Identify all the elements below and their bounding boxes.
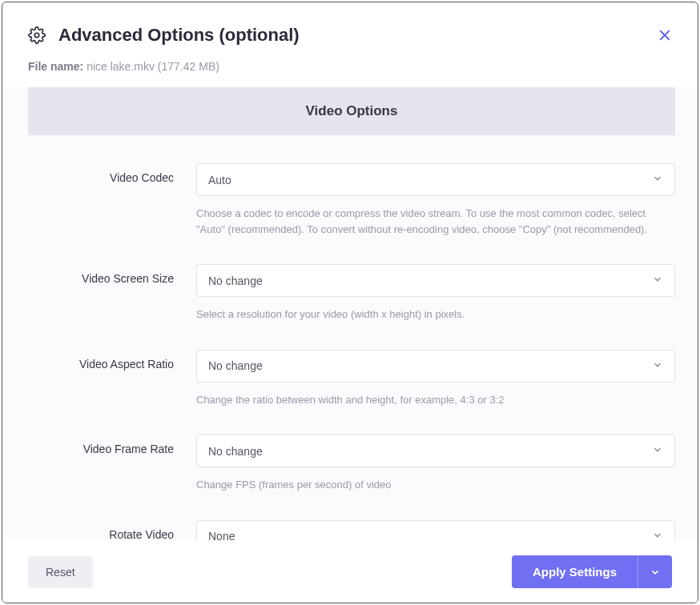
field-label: Video Screen Size [28,264,196,285]
select-value: None [208,530,235,541]
select-value: No change [208,274,263,287]
field-label: Video Aspect Ratio [28,350,196,371]
chevron-down-icon [652,173,663,186]
reset-button[interactable]: Reset [28,556,93,588]
field-label: Video Codec [28,163,196,184]
help-text: Select a resolution for your video (widt… [196,307,675,323]
field-rotate-video: Rotate Video None [28,520,675,542]
filename-label: File name: [28,60,83,73]
chevron-down-icon [652,359,663,373]
select-value: No change [208,445,263,458]
filename-row: File name: nice lake.mkv (177.42 MB) [2,60,698,87]
chevron-down-icon [650,567,661,578]
chevron-down-icon [652,274,663,287]
video-codec-select[interactable]: Auto [196,163,675,196]
options-scroll-area[interactable]: Video Options Video Codec Auto Choose a … [2,87,698,541]
svg-point-0 [34,33,39,38]
chevron-down-icon [652,444,663,458]
section-header-video: Video Options [28,87,675,135]
field-frame-rate: Video Frame Rate No change Change FPS (f… [28,435,675,493]
field-label: Rotate Video [28,520,196,541]
aspect-ratio-select[interactable]: No change [196,350,675,383]
apply-button-group: Apply Settings [512,555,672,588]
rotate-video-select[interactable]: None [196,520,675,542]
apply-settings-button[interactable]: Apply Settings [512,555,638,588]
field-video-codec: Video Codec Auto Choose a codec to encod… [28,163,675,237]
chevron-down-icon [652,530,663,542]
close-button[interactable] [658,28,672,42]
frame-rate-select[interactable]: No change [196,435,675,467]
modal-title: Advanced Options (optional) [58,25,300,46]
screen-size-select[interactable]: No change [196,264,675,297]
select-value: Auto [208,174,231,186]
field-aspect-ratio: Video Aspect Ratio No change Change the … [28,350,675,408]
select-value: No change [208,359,263,372]
field-screen-size: Video Screen Size No change Select a res… [28,264,675,323]
form-area: Video Codec Auto Choose a codec to encod… [28,135,694,541]
modal-footer: Reset Apply Settings [2,541,698,603]
gear-icon [28,26,46,44]
apply-dropdown-button[interactable] [638,555,672,588]
modal-header: Advanced Options (optional) [2,2,698,60]
help-text: Choose a codec to encode or compress the… [196,206,675,237]
filename-value: nice lake.mkv (177.42 MB) [86,60,219,73]
help-text: Change the ratio between width and heigh… [196,392,675,408]
field-label: Video Frame Rate [28,435,196,455]
advanced-options-modal: Advanced Options (optional) File name: n… [2,2,698,603]
close-icon [658,28,672,42]
help-text: Change FPS (frames per second) of video [196,477,675,493]
